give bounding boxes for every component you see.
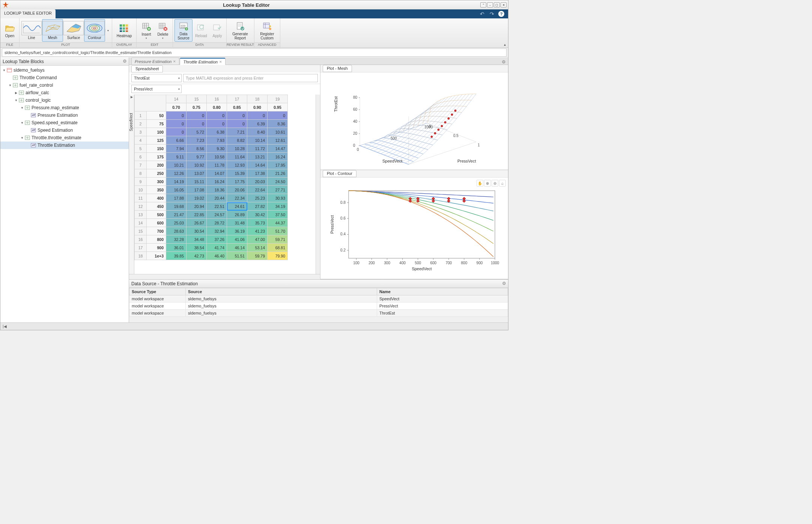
- plot-line-button[interactable]: Line: [21, 19, 42, 42]
- folder-open-icon: [3, 23, 17, 33]
- expander-icon[interactable]: ▼: [20, 106, 24, 110]
- surface-plot-icon: [63, 21, 84, 35]
- tree-item-label: control_logic: [26, 98, 51, 103]
- help-button[interactable]: ?: [498, 11, 504, 17]
- sidebar-item-speed-estimation[interactable]: Speed Estimation: [0, 126, 129, 134]
- column-var-combo[interactable]: PressVect▾: [131, 85, 182, 93]
- window-roll-button[interactable]: ⌃: [480, 2, 486, 8]
- pan-icon[interactable]: ✋: [477, 180, 483, 187]
- svg-point-3: [93, 27, 96, 29]
- zoom-out-icon[interactable]: ⊖: [492, 180, 498, 187]
- spreadsheet-tab[interactable]: Spreadsheet: [131, 65, 163, 72]
- sidebar-item-throttle-command[interactable]: Throttle Command: [0, 74, 129, 81]
- tab-throttle-estimation[interactable]: Throttle Estimation✕: [180, 58, 226, 65]
- plot-contour-button[interactable]: Contour: [84, 19, 105, 42]
- tree-item-label: Throttle Command: [20, 75, 57, 80]
- svg-text:80: 80: [353, 95, 358, 99]
- svg-text:0.5: 0.5: [453, 134, 459, 138]
- gear-icon[interactable]: ⚙: [499, 59, 508, 65]
- sidebar-item-fuel-rate-control[interactable]: ▼fuel_rate_control: [0, 81, 129, 89]
- file-group-label: FILE: [0, 42, 19, 47]
- close-icon[interactable]: ✕: [173, 60, 176, 63]
- status-bar: |◀: [0, 322, 508, 330]
- lookup-blocks-tree[interactable]: ▼sldemo_fuelsysThrottle Command▼fuel_rat…: [0, 66, 129, 322]
- model-path-bar[interactable]: sldemo_fuelsys/fuel_rate_control/control…: [2, 48, 507, 57]
- svg-text:ThrotEst: ThrotEst: [334, 96, 338, 112]
- tree-item-label: fuel_rate_control: [20, 83, 53, 88]
- svg-point-54: [448, 117, 450, 119]
- close-icon[interactable]: ✕: [219, 60, 222, 64]
- open-button[interactable]: Open: [2, 19, 18, 42]
- horizontal-scrollbar[interactable]: [129, 274, 320, 279]
- expand-arrow-icon[interactable]: ▶: [129, 95, 134, 99]
- svg-text:1010: 1010: [180, 26, 186, 29]
- plot-surface-button[interactable]: Surface: [63, 19, 84, 42]
- svg-text:700: 700: [445, 261, 452, 265]
- generate-report-button[interactable]: Generate Report: [228, 19, 252, 42]
- expression-input[interactable]: Type MATLAB expression and press Enter: [183, 74, 318, 82]
- expander-icon[interactable]: ▼: [2, 69, 6, 72]
- data-source-button[interactable]: 10101010Data Source: [174, 19, 192, 42]
- svg-point-49: [431, 136, 433, 137]
- sidebar-item-airflow-calc[interactable]: ▶airflow_calc: [0, 89, 129, 96]
- row-var-label: SpeedVect: [129, 99, 133, 145]
- svg-text:0: 0: [353, 143, 355, 148]
- expander-icon[interactable]: ▼: [8, 84, 12, 87]
- delete-button[interactable]: Delete▾: [155, 19, 171, 42]
- ribbon-minimize-button[interactable]: ▴: [501, 18, 508, 47]
- sidebar-item-pressure-map-estimate[interactable]: ▼Pressure.map_estimate: [0, 104, 129, 111]
- expander-icon[interactable]: ▼: [14, 99, 18, 102]
- plot-mesh-button[interactable]: Mesh: [42, 19, 63, 42]
- tree-item-label: sldemo_fuelsys: [14, 68, 45, 73]
- gear-icon[interactable]: ⚙: [122, 59, 127, 64]
- window-minimize-button[interactable]: –: [487, 2, 493, 8]
- home-icon[interactable]: ⌂: [499, 180, 506, 187]
- heatmap-button[interactable]: Heatmap: [114, 19, 135, 42]
- sidebar-item-control-logic[interactable]: ▼control_logic: [0, 96, 129, 104]
- tree-item-label: airflow_calc: [26, 90, 49, 95]
- svg-rect-28: [7, 68, 12, 72]
- gear-icon[interactable]: ⚙: [501, 281, 507, 286]
- plot-contour-tab[interactable]: Plot - Contour: [323, 170, 356, 177]
- output-var-combo[interactable]: ThrotEst▾: [131, 74, 182, 82]
- data-source-table[interactable]: Source TypeSourceNamemodel workspaceslde…: [129, 288, 508, 322]
- sidebar-item-sldemo-fuelsys[interactable]: ▼sldemo_fuelsys: [0, 66, 129, 74]
- block-icon: [30, 142, 36, 148]
- expander-icon[interactable]: ▼: [20, 121, 24, 125]
- sidebar-item-throttle-throttle-estimate[interactable]: ▼Throttle.throttle_estimate: [0, 134, 129, 142]
- register-custom-button[interactable]: Register Custom: [256, 19, 278, 42]
- zoom-in-icon[interactable]: ⊕: [484, 180, 491, 187]
- apply-icon: [211, 23, 224, 33]
- tree-item-label: Throttle Estimation: [38, 143, 75, 148]
- window-close-button[interactable]: ✕: [501, 2, 507, 8]
- window-maximize-button[interactable]: ▢: [494, 2, 500, 8]
- plot-mesh-tab[interactable]: Plot - Mesh: [323, 65, 352, 72]
- insert-button[interactable]: Insert▾: [138, 19, 155, 42]
- sidebar-item-speed-speed-estimate[interactable]: ▼Speed.speed_estimate: [0, 119, 129, 126]
- expander-icon[interactable]: ▼: [20, 136, 24, 140]
- open-label: Open: [5, 34, 14, 38]
- svg-rect-11: [120, 30, 122, 32]
- redo-button[interactable]: ↷: [489, 11, 495, 17]
- toolstrip-tab[interactable]: LOOKUP TABLE EDITOR: [0, 9, 56, 18]
- svg-text:1: 1: [478, 143, 480, 147]
- vertical-scrollbar[interactable]: [316, 95, 320, 274]
- tab-pressure-estimation[interactable]: Pressure Estimation✕: [131, 57, 179, 65]
- contour-plot-canvas[interactable]: ✋ ⊕ ⊖ ⌂ 10020030040050060070080090010000…: [320, 178, 508, 279]
- svg-rect-9: [123, 27, 125, 30]
- svg-rect-34: [31, 113, 36, 117]
- svg-text:900: 900: [477, 261, 483, 265]
- expander-icon[interactable]: ▶: [14, 91, 18, 95]
- undo-button[interactable]: ↶: [479, 11, 486, 17]
- data-grid[interactable]: 1415161718190.700.750.800.850.900.951500…: [134, 95, 316, 274]
- goto-start-icon[interactable]: |◀: [3, 324, 7, 328]
- svg-text:0: 0: [357, 148, 359, 152]
- svg-text:0: 0: [429, 124, 431, 128]
- chevron-down-icon: ▾: [178, 87, 180, 91]
- tree-item-label: Throttle.throttle_estimate: [32, 135, 81, 140]
- sidebar-item-throttle-estimation[interactable]: Throttle Estimation: [0, 142, 129, 149]
- sidebar-item-pressure-estimation[interactable]: Pressure Estimation: [0, 111, 129, 119]
- plot-gallery-expand[interactable]: ▾: [105, 29, 110, 32]
- mesh-plot-canvas[interactable]: 020406080ThrotEstSpeedVectPressVect05001…: [320, 72, 508, 170]
- svg-text:0.8: 0.8: [340, 200, 346, 205]
